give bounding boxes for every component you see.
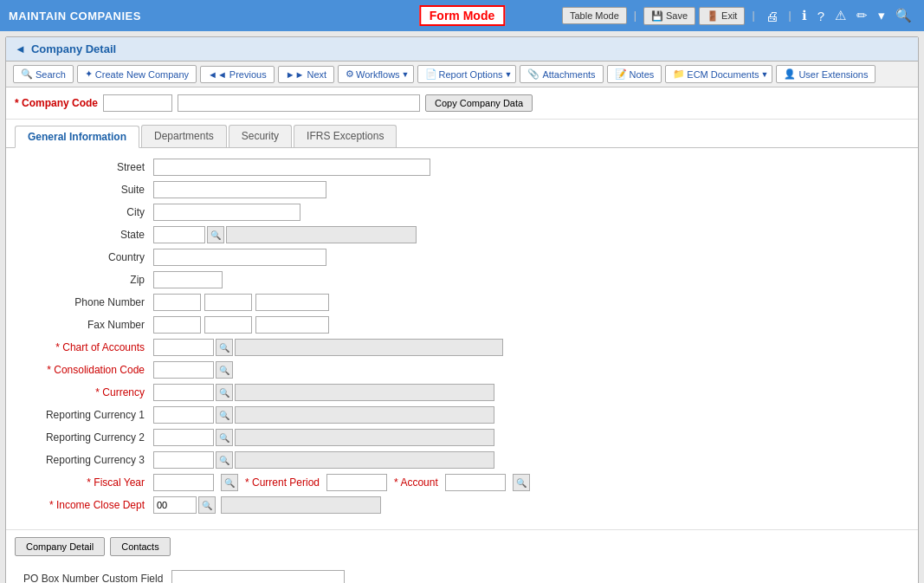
country-input[interactable] [153,249,326,266]
current-period-label: * Current Period [245,476,320,489]
chart-of-accounts-desc [235,339,503,356]
company-name-input[interactable] [178,94,420,112]
reporting-currency-3-search-button[interactable]: 🔍 [216,451,233,469]
table-mode-button[interactable]: Table Mode [562,7,627,24]
account-label: * Account [394,476,438,489]
currency-search-button[interactable]: 🔍 [216,384,233,401]
phone-part3-input[interactable] [255,294,329,311]
city-input[interactable] [153,204,300,221]
company-code-input[interactable] [103,94,172,112]
notes-icon: 📝 [615,68,627,80]
currency-label: * Currency [23,386,153,398]
main-panel: ◄ Company Detail 🔍 Search ✦ Create New C… [5,36,919,583]
company-detail-button[interactable]: Company Detail [15,537,105,556]
header-bar: MAINTAIN COMPANIES Form Mode Table Mode … [0,0,924,31]
chart-of-accounts-input[interactable] [153,339,214,356]
consolidation-code-search-button[interactable]: 🔍 [216,361,233,379]
chart-of-accounts-container: 🔍 [153,339,503,356]
exit-button[interactable]: 🚪 Exit [699,7,745,25]
fax-part2-input[interactable] [204,316,252,334]
income-close-dept-search-button[interactable]: 🔍 [198,496,216,514]
reporting-currency-2-desc [235,429,494,446]
fiscal-container: 🔍 * Current Period * Account 🔍 [153,474,530,491]
country-row: Country [23,249,901,266]
phone-part2-input[interactable] [204,294,252,311]
chart-of-accounts-row: * Chart of Accounts 🔍 [23,339,901,356]
reporting-currency-3-container: 🔍 [153,451,494,469]
print-icon-button[interactable]: 🖨 [762,7,782,25]
previous-button[interactable]: ◄◄ Previous [200,66,275,83]
save-icon: 💾 [651,10,663,22]
reporting-currency-1-input[interactable] [153,406,214,424]
fiscal-year-label: * Fiscal Year [23,476,153,489]
workflows-dropdown[interactable]: ⚙ Workflows ▼ [338,65,413,83]
more-icon-button[interactable]: ▾ [875,6,888,25]
currency-input[interactable] [153,384,214,401]
current-period-input[interactable] [326,474,387,491]
tab-departments[interactable]: Departments [141,125,227,147]
next-icon: ►► [286,69,305,80]
zip-input[interactable] [153,271,223,288]
suite-input[interactable] [153,181,326,198]
workflows-chevron-icon: ▼ [402,70,410,79]
consolidation-code-input[interactable] [153,361,214,379]
panel-title: Company Detail [31,42,116,55]
contacts-button[interactable]: Contacts [110,537,170,556]
next-button[interactable]: ►► Next [278,66,334,83]
form-mode-badge: Form Mode [419,5,505,26]
po-box-section: PO Box Number Custom Field [6,563,918,583]
account-input[interactable] [445,474,506,491]
fiscal-year-input[interactable] [153,474,214,491]
notes-button[interactable]: 📝 Notes [607,65,662,83]
fiscal-year-row: * Fiscal Year 🔍 * Current Period * Accou… [23,474,901,491]
alert-icon-button[interactable]: ⚠ [831,6,850,25]
currency-desc [235,384,494,401]
reporting-currency-1-search-button[interactable]: 🔍 [216,406,233,424]
ecm-documents-dropdown[interactable]: 📁 ECM Documents ▼ [665,65,772,83]
form-content: Street Suite City State 🔍 [6,148,918,529]
chart-of-accounts-search-button[interactable]: 🔍 [216,339,233,356]
phone-part1-input[interactable] [153,294,201,311]
report-options-icon: 📄 [425,68,437,80]
fax-part1-input[interactable] [153,316,201,334]
po-box-input[interactable] [171,570,345,583]
state-search-button[interactable]: 🔍 [207,226,224,243]
panel-arrow-icon: ◄ [15,42,26,55]
reporting-currency-2-search-button[interactable]: 🔍 [216,429,233,446]
help-icon-button[interactable]: ? [814,7,828,25]
user-extensions-button[interactable]: 👤 User Extensions [776,65,876,83]
search-toolbar-button[interactable]: 🔍 Search [13,65,74,83]
reporting-currency-2-label: Reporting Currency 2 [23,431,153,444]
ecm-documents-icon: 📁 [673,68,685,80]
tab-security[interactable]: Security [229,125,292,147]
reporting-currency-1-row: Reporting Currency 1 🔍 [23,406,901,424]
fax-part3-input[interactable] [255,316,329,334]
create-new-company-button[interactable]: ✦ Create New Company [77,65,197,83]
street-input[interactable] [153,159,430,176]
zip-label: Zip [23,274,153,286]
reporting-currency-3-label: Reporting Currency 3 [23,454,153,466]
save-button[interactable]: 💾 Save [643,7,695,25]
income-close-dept-input[interactable] [153,496,197,514]
reporting-currency-1-desc [235,406,494,424]
toolbar: 🔍 Search ✦ Create New Company ◄◄ Previou… [6,62,918,87]
reporting-currency-2-input[interactable] [153,429,214,446]
reporting-currency-3-input[interactable] [153,451,214,469]
state-container: 🔍 [153,226,417,243]
edit-icon-button[interactable]: ✏ [853,6,871,25]
tab-general-information[interactable]: General Information [15,126,139,148]
report-options-dropdown[interactable]: 📄 Report Options ▼ [417,65,517,83]
street-label: Street [23,161,153,173]
account-search-button[interactable]: 🔍 [513,474,530,491]
search-toolbar-icon: 🔍 [21,68,33,80]
bottom-buttons-bar: Company Detail Contacts [6,529,918,563]
attachments-button[interactable]: 📎 Attachments [520,65,603,83]
panel-header: ◄ Company Detail [6,37,918,62]
search-header-icon-button[interactable]: 🔍 [892,6,915,25]
tab-ifrs-exceptions[interactable]: IFRS Exceptions [294,125,397,147]
copy-company-data-button[interactable]: Copy Company Data [425,94,533,112]
fiscal-year-search-button[interactable]: 🔍 [221,474,238,491]
report-options-chevron-icon: ▼ [505,70,513,79]
state-code-input[interactable] [153,226,205,243]
info-icon-button[interactable]: ℹ [798,6,811,25]
